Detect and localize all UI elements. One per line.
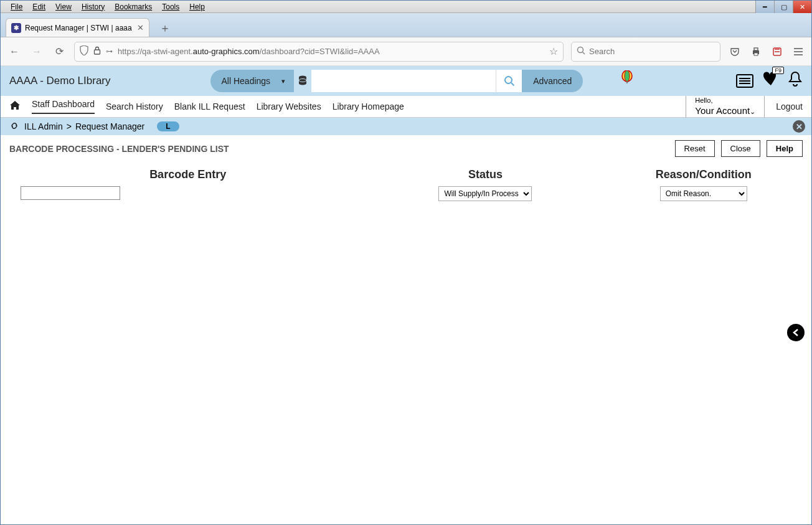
nav-search-history[interactable]: Search History xyxy=(106,102,163,111)
col-status-header: Status xyxy=(366,168,604,181)
status-select[interactable]: Will Supply/In Process xyxy=(438,186,532,201)
side-panel-toggle[interactable] xyxy=(787,324,805,341)
col-reason-header: Reason/Condition xyxy=(604,168,803,181)
controls-row: Will Supply/In Process Omit Reason. xyxy=(1,186,811,201)
barcode-input[interactable] xyxy=(21,186,120,200)
page-title: BARCODE PROCESSING - LENDER'S PENDING LI… xyxy=(9,144,229,154)
permissions-icon: ⊶ xyxy=(106,47,113,55)
menu-view[interactable]: View xyxy=(50,1,77,12)
browser-search-input[interactable] xyxy=(589,47,715,56)
bell-icon[interactable] xyxy=(788,71,803,91)
favorites-badge: F9 xyxy=(772,67,784,74)
svg-rect-5 xyxy=(754,53,758,55)
pocket-icon[interactable] xyxy=(728,45,742,59)
window-maximize-button[interactable]: ▢ xyxy=(774,1,793,13)
search-icon xyxy=(577,46,585,57)
print-icon[interactable] xyxy=(749,45,763,59)
tab-close-icon[interactable]: ✕ xyxy=(137,23,144,32)
help-button[interactable]: Help xyxy=(767,140,803,157)
favorites-icon[interactable]: F9 xyxy=(763,72,779,90)
shield-icon xyxy=(80,45,88,57)
svg-rect-0 xyxy=(95,50,100,54)
column-headers: Barcode Entry Status Reason/Condition xyxy=(1,162,811,186)
account-hello: Hello, xyxy=(695,97,755,105)
library-name: AAAA - Demo LIbrary xyxy=(9,75,111,87)
nav-library-websites[interactable]: Library Websites xyxy=(257,102,321,111)
advanced-search-button[interactable]: Advanced xyxy=(522,70,583,92)
nav-library-homepage[interactable]: Library Homepage xyxy=(333,102,404,111)
main-nav: Staff Dashboard Search History Blank ILL… xyxy=(1,96,811,118)
nav-staff-dashboard[interactable]: Staff Dashboard xyxy=(32,99,95,114)
database-icon[interactable] xyxy=(294,70,311,92)
browser-tab[interactable]: ✱ Request Manager | STWI | aaaa ✕ xyxy=(6,18,149,37)
svg-rect-4 xyxy=(754,48,758,50)
list-view-icon[interactable] xyxy=(735,73,754,88)
chevron-down-icon: ⌄ xyxy=(750,108,755,115)
lock-icon xyxy=(93,46,101,57)
close-button[interactable]: Close xyxy=(721,140,760,157)
reason-select[interactable]: Omit Reason. xyxy=(660,186,747,201)
bookmark-star-icon[interactable]: ☆ xyxy=(549,45,558,57)
window-minimize-button[interactable]: ━ xyxy=(755,1,774,13)
breadcrumb-part2[interactable]: Request Manager xyxy=(75,121,144,131)
reload-button[interactable]: ⟳ xyxy=(52,44,67,59)
browser-menubar: File Edit View History Bookmarks Tools H… xyxy=(1,1,811,13)
tab-favicon-icon: ✱ xyxy=(11,23,21,33)
close-breadcrumb-icon[interactable]: ✕ xyxy=(793,120,805,133)
menu-history[interactable]: History xyxy=(77,1,110,12)
svg-point-15 xyxy=(625,70,630,82)
account-dropdown[interactable]: Hello, Your Account⌄ xyxy=(686,95,765,117)
headings-dropdown[interactable]: All Headings ▾ xyxy=(210,70,295,92)
browser-tabbar: ✱ Request Manager | STWI | aaaa ✕ ＋ xyxy=(1,13,811,37)
menu-tools[interactable]: Tools xyxy=(157,1,184,12)
page-title-row: BARCODE PROCESSING - LENDER'S PENDING LI… xyxy=(1,135,811,162)
lender-badge: L xyxy=(157,121,179,131)
balloon-icon[interactable] xyxy=(620,70,634,92)
browser-addressbar: ← → ⟳ ⊶ https://qa-stwi-agent.auto-graph… xyxy=(1,37,811,66)
hamburger-menu-icon[interactable] xyxy=(791,45,805,59)
breadcrumb-part1[interactable]: ILL Admin xyxy=(24,121,63,131)
link-icon xyxy=(9,121,19,132)
url-bar[interactable]: ⊶ https://qa-stwi-agent.auto-graphics.co… xyxy=(74,42,564,62)
app-header: AAAA - Demo LIbrary All Headings ▾ Advan… xyxy=(1,66,811,96)
account-name: Your Account⌄ xyxy=(695,105,755,116)
logout-link[interactable]: Logout xyxy=(776,102,803,111)
breadcrumb-separator: > xyxy=(67,121,72,131)
chevron-down-icon: ▾ xyxy=(281,77,285,85)
menu-file[interactable]: File xyxy=(6,1,27,12)
col-barcode-header: Barcode Entry xyxy=(9,168,366,181)
forward-button[interactable]: → xyxy=(29,44,44,59)
window-close-button[interactable]: ✕ xyxy=(793,1,811,13)
breadcrumb: ILL Admin > Request Manager L ✕ xyxy=(1,118,811,135)
svg-point-1 xyxy=(578,47,583,53)
home-icon[interactable] xyxy=(9,100,21,113)
menu-help[interactable]: Help xyxy=(184,1,210,12)
svg-point-12 xyxy=(505,77,512,83)
url-text: https://qa-stwi-agent.auto-graphics.com/… xyxy=(118,47,544,56)
browser-search-box[interactable] xyxy=(571,42,720,62)
menu-bookmarks[interactable]: Bookmarks xyxy=(110,1,157,12)
nav-blank-ill[interactable]: Blank ILL Request xyxy=(174,102,245,111)
reset-button[interactable]: Reset xyxy=(675,140,715,157)
menu-edit[interactable]: Edit xyxy=(27,1,50,12)
extension-icon[interactable] xyxy=(770,45,784,59)
app-search-input[interactable] xyxy=(311,70,496,92)
svg-line-2 xyxy=(583,52,585,55)
svg-line-13 xyxy=(511,83,514,86)
back-button[interactable]: ← xyxy=(7,44,22,59)
app-search-button[interactable] xyxy=(496,70,522,92)
tab-title: Request Manager | STWI | aaaa xyxy=(25,24,132,32)
new-tab-button[interactable]: ＋ xyxy=(156,19,174,37)
